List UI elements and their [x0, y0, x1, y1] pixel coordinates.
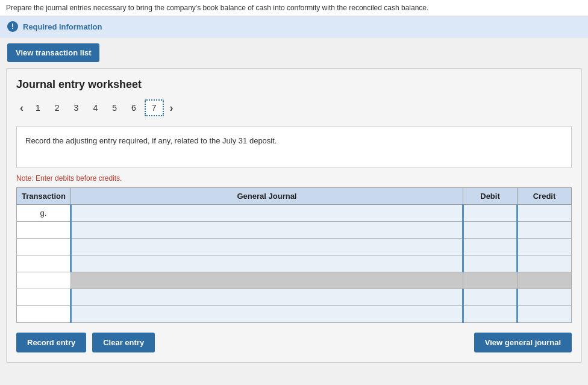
transaction-cell-5	[17, 272, 71, 289]
debit-cell-3[interactable]	[463, 239, 518, 255]
col-header-transaction: Transaction	[17, 188, 71, 205]
journal-input-2[interactable]	[74, 224, 460, 236]
table-row: g.	[17, 205, 572, 222]
view-transaction-list-button[interactable]: View transaction list	[7, 43, 99, 62]
button-row: Record entry Clear entry View general jo…	[16, 333, 572, 352]
journal-input-4[interactable]	[74, 258, 460, 269]
debit-cell-6[interactable]	[463, 289, 518, 306]
button-row-left: Record entry Clear entry	[16, 333, 155, 352]
journal-input-5[interactable]	[74, 275, 460, 286]
clear-entry-button[interactable]: Clear entry	[92, 333, 155, 352]
page-7-button[interactable]: 7	[145, 99, 164, 116]
credit-input-4[interactable]	[521, 258, 569, 269]
required-information-label: Required information	[23, 22, 102, 31]
col-header-debit: Debit	[463, 188, 518, 205]
top-banner: Prepare the journal entries necessary to…	[0, 0, 588, 16]
transaction-cell-7	[17, 306, 71, 323]
table-row	[17, 306, 572, 323]
credit-input-1[interactable]	[521, 207, 569, 219]
pagination-next-button[interactable]: ›	[166, 101, 177, 116]
pagination-prev-button[interactable]: ‹	[16, 101, 27, 116]
page-4-button[interactable]: 4	[87, 101, 104, 115]
journal-cell-4[interactable]	[71, 255, 463, 272]
journal-input-6[interactable]	[74, 292, 460, 303]
col-header-journal: General Journal	[71, 188, 463, 205]
table-row	[17, 272, 572, 289]
banner-text: Prepare the journal entries necessary to…	[6, 4, 428, 12]
journal-cell-5[interactable]	[71, 272, 463, 289]
debit-cell-7[interactable]	[463, 306, 518, 323]
page-1-button[interactable]: 1	[30, 101, 46, 115]
transaction-cell-6	[17, 289, 71, 306]
debit-cell-1[interactable]	[463, 205, 518, 222]
page-2-button[interactable]: 2	[49, 101, 66, 115]
debit-cell-4[interactable]	[463, 255, 518, 272]
journal-cell-3[interactable]	[71, 239, 463, 255]
debit-input-6[interactable]	[466, 292, 514, 303]
credit-input-5[interactable]	[520, 275, 569, 286]
pagination-bar: ‹ 1 2 3 4 5 6 7 ›	[16, 99, 572, 116]
debit-input-4[interactable]	[466, 258, 514, 269]
journal-input-3[interactable]	[74, 241, 460, 252]
transaction-cell-1: g.	[17, 205, 71, 222]
journal-cell-7[interactable]	[71, 306, 463, 323]
debit-input-7[interactable]	[466, 308, 514, 320]
instruction-box: Record the adjusting entry required, if …	[16, 126, 572, 168]
table-row	[17, 289, 572, 306]
instruction-text: Record the adjusting entry required, if …	[25, 136, 277, 145]
debit-input-5[interactable]	[466, 275, 514, 286]
credit-input-6[interactable]	[521, 292, 569, 303]
credit-input-7[interactable]	[521, 308, 569, 320]
journal-input-1[interactable]	[74, 207, 460, 219]
transaction-cell-4	[17, 255, 71, 272]
page-5-button[interactable]: 5	[106, 101, 123, 115]
journal-cell-6[interactable]	[71, 289, 463, 306]
credit-cell-6[interactable]	[518, 289, 572, 306]
page-3-button[interactable]: 3	[68, 101, 85, 115]
transaction-cell-3	[17, 239, 71, 255]
journal-input-7[interactable]	[74, 308, 460, 320]
table-row	[17, 255, 572, 272]
credit-cell-4[interactable]	[518, 255, 572, 272]
credit-input-3[interactable]	[521, 241, 569, 252]
journal-cell-1[interactable]	[71, 205, 463, 222]
credit-cell-3[interactable]	[518, 239, 572, 255]
debit-cell-5[interactable]	[463, 272, 518, 289]
credit-cell-1[interactable]	[518, 205, 572, 222]
credit-cell-7[interactable]	[518, 306, 572, 323]
credit-cell-5[interactable]	[518, 272, 572, 289]
table-row	[17, 222, 572, 239]
transaction-cell-2	[17, 222, 71, 239]
page-6-button[interactable]: 6	[125, 101, 142, 115]
debit-input-2[interactable]	[466, 224, 514, 236]
credit-input-2[interactable]	[521, 224, 569, 236]
view-general-journal-button[interactable]: View general journal	[474, 333, 572, 352]
required-icon: !	[7, 21, 18, 32]
record-entry-button[interactable]: Record entry	[16, 333, 86, 352]
table-row	[17, 239, 572, 255]
debit-input-1[interactable]	[466, 207, 514, 219]
col-header-credit: Credit	[518, 188, 572, 205]
debit-input-3[interactable]	[466, 241, 514, 252]
table-header-row: Transaction General Journal Debit Credit	[17, 188, 572, 205]
journal-entry-worksheet-container: Journal entry worksheet ‹ 1 2 3 4 5 6 7 …	[6, 68, 582, 363]
worksheet-title: Journal entry worksheet	[16, 78, 572, 91]
note-text: Note: Enter debits before credits.	[16, 174, 572, 183]
required-information-bar: ! Required information	[0, 16, 588, 37]
journal-table: Transaction General Journal Debit Credit…	[16, 187, 572, 323]
credit-cell-2[interactable]	[518, 222, 572, 239]
journal-cell-2[interactable]	[71, 222, 463, 239]
debit-cell-2[interactable]	[463, 222, 518, 239]
